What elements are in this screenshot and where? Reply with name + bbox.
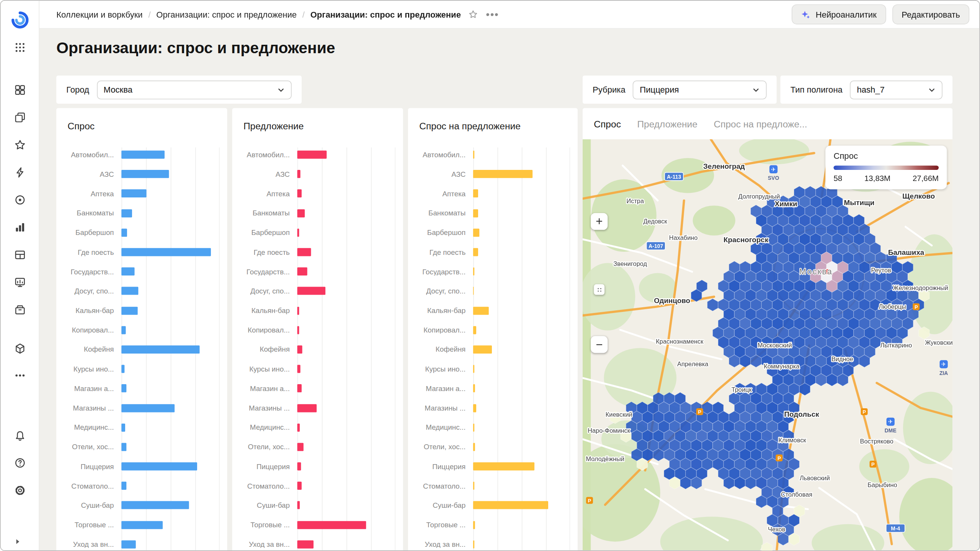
bar[interactable] bbox=[121, 209, 132, 217]
map[interactable]: А-113А-107М-4✈SVO✈DME✈ZIAPPPPPP МоскваЗе… bbox=[583, 139, 952, 550]
bar[interactable] bbox=[297, 501, 300, 509]
bar[interactable] bbox=[473, 385, 475, 393]
bar[interactable] bbox=[297, 404, 317, 412]
bar[interactable] bbox=[121, 404, 175, 412]
services-nav-icon[interactable] bbox=[10, 339, 30, 359]
map-tab-2[interactable]: Спрос на предложе... bbox=[714, 118, 807, 129]
edit-button[interactable]: Редактировать bbox=[892, 4, 970, 24]
zoom-in-button[interactable]: + bbox=[591, 213, 608, 230]
bar[interactable] bbox=[473, 306, 489, 315]
bar[interactable] bbox=[297, 189, 302, 197]
bar[interactable] bbox=[297, 540, 314, 548]
bar[interactable] bbox=[473, 189, 478, 197]
bar[interactable] bbox=[473, 482, 474, 490]
workbooks-nav-icon[interactable] bbox=[10, 108, 30, 127]
bar[interactable] bbox=[297, 287, 326, 295]
map-canvas[interactable]: А-113А-107М-4✈SVO✈DME✈ZIAPPPPPP МоскваЗе… bbox=[583, 139, 952, 550]
bar[interactable] bbox=[473, 501, 548, 509]
favorites-nav-icon[interactable] bbox=[10, 135, 30, 155]
bar[interactable] bbox=[473, 540, 474, 548]
favorite-star-icon[interactable] bbox=[469, 9, 479, 19]
bar[interactable] bbox=[297, 443, 304, 451]
breadcrumb-item[interactable]: Организации: спрос и предложение bbox=[156, 10, 297, 19]
bar[interactable] bbox=[297, 228, 299, 236]
bar[interactable] bbox=[121, 228, 127, 236]
bar[interactable] bbox=[473, 346, 492, 354]
map-ruler-button[interactable] bbox=[594, 284, 604, 295]
bar[interactable] bbox=[473, 287, 474, 295]
storage-nav-icon[interactable] bbox=[10, 300, 30, 320]
datalens-logo[interactable] bbox=[11, 11, 29, 29]
bar[interactable] bbox=[297, 423, 300, 431]
bar-label: Кальян-бар bbox=[408, 307, 466, 315]
map-city-label: Химки bbox=[775, 200, 797, 208]
apps-menu-icon[interactable] bbox=[10, 37, 30, 57]
bar[interactable] bbox=[297, 306, 299, 315]
bar[interactable] bbox=[297, 385, 302, 393]
bar[interactable] bbox=[473, 404, 476, 412]
bar[interactable] bbox=[297, 248, 311, 256]
bar[interactable] bbox=[473, 170, 532, 178]
bar[interactable] bbox=[297, 365, 301, 373]
bar[interactable] bbox=[121, 346, 199, 354]
datasets-nav-icon[interactable] bbox=[10, 245, 30, 265]
bar[interactable] bbox=[297, 482, 302, 490]
bar[interactable] bbox=[121, 170, 169, 178]
bar[interactable] bbox=[473, 443, 475, 451]
bar[interactable] bbox=[297, 462, 301, 470]
dashboards-nav-icon[interactable] bbox=[10, 272, 30, 292]
bar[interactable] bbox=[121, 540, 136, 548]
city-select[interactable]: Москва bbox=[97, 80, 292, 99]
bar[interactable] bbox=[121, 501, 189, 509]
collapse-sidebar-icon[interactable] bbox=[13, 535, 28, 548]
bar[interactable] bbox=[297, 267, 307, 276]
bar[interactable] bbox=[121, 287, 138, 295]
bar[interactable] bbox=[473, 462, 534, 470]
bar[interactable] bbox=[473, 326, 476, 334]
bar[interactable] bbox=[121, 306, 138, 315]
bar-row: Курсы ино... bbox=[56, 359, 227, 379]
charts-nav-icon[interactable] bbox=[10, 217, 30, 237]
zoom-out-button[interactable]: − bbox=[591, 336, 608, 353]
more-nav-icon[interactable] bbox=[10, 365, 30, 385]
bar[interactable] bbox=[297, 346, 302, 354]
bar[interactable] bbox=[297, 521, 366, 529]
neuroanalyst-button[interactable]: Нейроаналитик bbox=[792, 4, 886, 24]
bar[interactable] bbox=[473, 267, 474, 276]
bar[interactable] bbox=[121, 151, 165, 159]
bar[interactable] bbox=[297, 170, 301, 178]
bar[interactable] bbox=[473, 248, 478, 256]
quick-access-nav-icon[interactable] bbox=[10, 162, 30, 182]
bar[interactable] bbox=[297, 151, 327, 159]
bar[interactable] bbox=[473, 228, 479, 236]
collections-nav-icon[interactable] bbox=[10, 80, 30, 100]
bar[interactable] bbox=[473, 209, 478, 217]
breadcrumb-item[interactable]: Коллекции и воркбуки bbox=[56, 10, 143, 19]
bar[interactable] bbox=[121, 189, 146, 197]
map-tab-1[interactable]: Предложение bbox=[637, 118, 697, 129]
bar[interactable] bbox=[297, 326, 299, 334]
bar[interactable] bbox=[121, 248, 211, 256]
bar[interactable] bbox=[473, 151, 474, 159]
bar[interactable] bbox=[121, 462, 197, 470]
more-menu-icon[interactable]: ••• bbox=[486, 9, 499, 20]
bar[interactable] bbox=[297, 209, 305, 217]
bar[interactable] bbox=[473, 521, 475, 529]
map-tab-0[interactable]: Спрос bbox=[594, 118, 621, 129]
bar[interactable] bbox=[473, 365, 474, 373]
polygon-type-select[interactable]: hash_7 bbox=[850, 80, 942, 99]
bar[interactable] bbox=[121, 326, 126, 334]
notifications-icon[interactable] bbox=[10, 426, 30, 446]
settings-icon[interactable] bbox=[10, 481, 30, 500]
monitoring-nav-icon[interactable] bbox=[10, 190, 30, 210]
help-icon[interactable] bbox=[10, 453, 30, 473]
rubric-select[interactable]: Пиццерия bbox=[633, 80, 766, 99]
bar[interactable] bbox=[121, 385, 126, 393]
bar[interactable] bbox=[121, 423, 125, 431]
bar[interactable] bbox=[121, 521, 163, 529]
bar[interactable] bbox=[473, 423, 474, 431]
bar[interactable] bbox=[121, 443, 126, 451]
bar[interactable] bbox=[121, 267, 134, 276]
bar[interactable] bbox=[121, 482, 126, 490]
bar[interactable] bbox=[121, 365, 124, 373]
